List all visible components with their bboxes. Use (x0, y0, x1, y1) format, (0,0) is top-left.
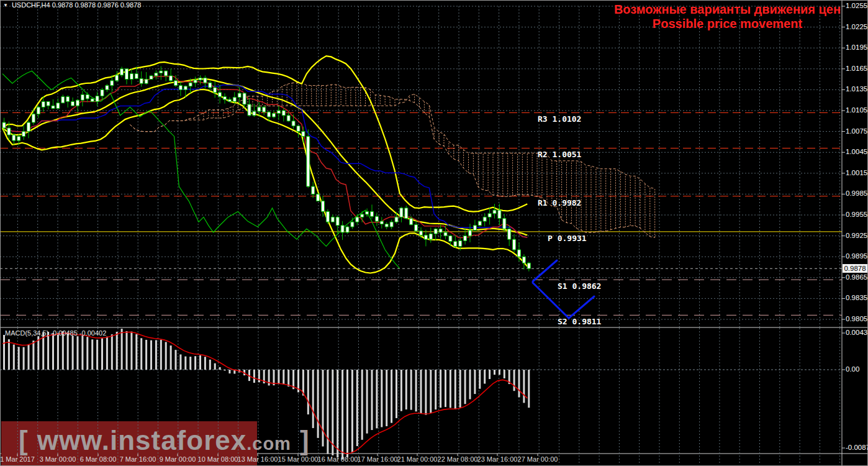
macd-bar (341, 370, 343, 460)
candle-body (209, 83, 212, 88)
candle-body (76, 100, 79, 106)
macd-bar (116, 332, 118, 370)
candle-body (170, 76, 173, 81)
candle-body (503, 219, 506, 229)
candle-body (361, 214, 364, 217)
macd-bar (3, 335, 5, 370)
macd-bar (430, 370, 432, 413)
candle-body (214, 88, 217, 93)
macd-bar (499, 370, 500, 375)
macd-bar (219, 367, 221, 370)
macd-bar (175, 350, 177, 370)
candle-body (351, 222, 354, 227)
macd-bar (194, 356, 196, 370)
macd-bar (209, 360, 211, 370)
trading-chart-window: ▼ USDCHF,H4 0.9878 0.9878 0.9876 0.9878 … (0, 0, 868, 466)
candle-body (81, 94, 84, 100)
macd-bar (327, 370, 328, 454)
candle-body (189, 83, 192, 86)
macd-bar (420, 370, 422, 413)
macd-bar (523, 370, 525, 403)
candle-body (410, 219, 413, 225)
macd-bar (459, 370, 461, 408)
macd-bar (57, 333, 59, 370)
macd-bar (160, 340, 162, 370)
candle-body (155, 73, 158, 76)
macd-bar (155, 340, 157, 370)
candle-body (238, 93, 241, 98)
candle-body (405, 208, 408, 219)
candle-body (130, 74, 133, 80)
macd-bar (145, 340, 147, 370)
candle-body (204, 78, 207, 83)
macd-bar (106, 337, 108, 370)
candle-body (395, 217, 398, 222)
candle-body (61, 97, 65, 103)
macd-bar (283, 370, 284, 385)
candle-body (263, 107, 266, 112)
candle-body (366, 211, 369, 214)
candle-body (469, 231, 472, 236)
candle-body (258, 107, 261, 111)
candle-body (228, 99, 231, 101)
candle-body (287, 116, 290, 121)
candle-body (71, 101, 75, 106)
candle-body (42, 101, 45, 107)
candle-body (513, 239, 516, 250)
candle-body (307, 136, 310, 186)
candle-body (2, 122, 6, 128)
macd-bar (356, 370, 358, 446)
candle-body (32, 114, 35, 122)
candle-body (101, 89, 104, 96)
macd-bar (494, 370, 495, 375)
candle-body (37, 107, 40, 114)
macd-bar (391, 370, 392, 423)
candle-body (174, 81, 178, 86)
macd-bar (371, 370, 373, 430)
macd-bar (77, 336, 79, 370)
macd-bar (440, 370, 441, 408)
macd-bar (214, 363, 216, 370)
macd-bar (400, 370, 402, 411)
macd-bar (489, 370, 491, 379)
candle-body (302, 132, 305, 137)
candle-body (199, 78, 202, 80)
macd-bar (484, 370, 486, 384)
candle-body (184, 86, 187, 90)
candle-body (277, 111, 280, 113)
macd-bar (189, 357, 191, 370)
macd-bar (130, 332, 132, 370)
macd-bar (351, 370, 353, 452)
macd-bar (8, 339, 10, 370)
price-chart-canvas[interactable] (0, 0, 868, 466)
candle-body (27, 122, 30, 132)
macd-bar (52, 333, 54, 370)
macd-bar (121, 329, 123, 370)
candle-body (219, 93, 222, 97)
candle-body (160, 71, 163, 73)
macd-bar (18, 347, 20, 370)
candle-body (145, 80, 148, 84)
watermark-box (1, 421, 257, 465)
macd-bar (258, 370, 260, 382)
macd-bar (366, 370, 368, 434)
candle-body (415, 225, 418, 231)
candle-body (312, 186, 315, 194)
candle-body (243, 93, 246, 104)
candle-body (459, 240, 462, 246)
candle-body (111, 81, 114, 86)
macd-bar (67, 332, 69, 370)
macd-bar (445, 370, 446, 407)
candle-body (483, 217, 486, 221)
candle-body (478, 221, 481, 226)
candle-body (508, 229, 511, 239)
candle-body (66, 97, 70, 102)
candle-body (390, 222, 393, 227)
macd-bar (454, 370, 456, 409)
macd-bar (479, 370, 481, 389)
candle-body (165, 71, 168, 76)
macd-bar (396, 370, 397, 418)
macd-bar (37, 336, 39, 370)
candle-body (273, 113, 276, 117)
candle-body (498, 210, 501, 218)
